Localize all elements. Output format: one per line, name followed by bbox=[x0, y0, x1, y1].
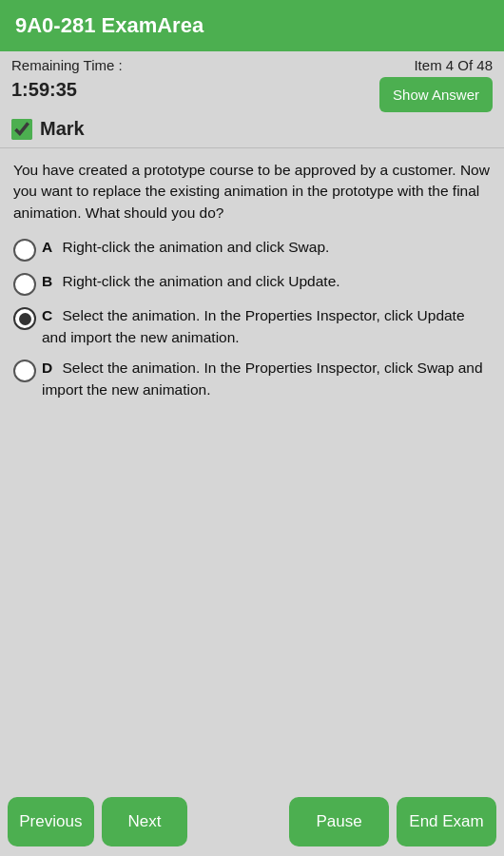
option-item-c[interactable]: C Select the animation. In the Propertie… bbox=[13, 305, 491, 348]
option-item-b[interactable]: B Right-click the animation and click Up… bbox=[13, 271, 491, 296]
remaining-label: Remaining Time : bbox=[11, 57, 123, 73]
item-info: Item 4 Of 48 bbox=[414, 57, 493, 73]
option-radio-c bbox=[13, 307, 36, 330]
app-title: 9A0-281 ExamArea bbox=[15, 13, 204, 37]
option-radio-d bbox=[13, 360, 36, 382]
next-button[interactable]: Next bbox=[102, 797, 188, 846]
option-radio-b bbox=[13, 273, 36, 296]
app-header: 9A0-281 ExamArea bbox=[0, 0, 504, 51]
previous-button[interactable]: Previous bbox=[8, 797, 94, 846]
option-radio-a bbox=[13, 239, 36, 262]
option-text-a: A Right-click the animation and click Sw… bbox=[42, 237, 329, 258]
option-text-b: B Right-click the animation and click Up… bbox=[42, 271, 340, 292]
end-exam-button[interactable]: End Exam bbox=[397, 797, 496, 846]
timer-row: 1:59:35 Show Answer bbox=[0, 73, 504, 112]
meta-row: Remaining Time : Item 4 Of 48 bbox=[0, 51, 504, 73]
mark-label[interactable]: Mark bbox=[40, 118, 85, 140]
option-text-c: C Select the animation. In the Propertie… bbox=[42, 305, 491, 348]
option-item-a[interactable]: A Right-click the animation and click Sw… bbox=[13, 237, 491, 262]
question-area: You have created a prototype course to b… bbox=[0, 148, 504, 788]
option-text-d: D Select the animation. In the Propertie… bbox=[42, 358, 491, 400]
option-item-d[interactable]: D Select the animation. In the Propertie… bbox=[13, 358, 491, 400]
question-text: You have created a prototype course to b… bbox=[13, 160, 491, 224]
options-list: A Right-click the animation and click Sw… bbox=[13, 237, 491, 400]
show-answer-button[interactable]: Show Answer bbox=[379, 77, 493, 112]
mark-row: Mark bbox=[0, 112, 504, 147]
footer: Previous Next Pause End Exam bbox=[0, 788, 504, 856]
mark-checkbox[interactable] bbox=[11, 119, 32, 140]
timer-display: 1:59:35 bbox=[11, 77, 77, 101]
pause-button[interactable]: Pause bbox=[289, 797, 389, 846]
